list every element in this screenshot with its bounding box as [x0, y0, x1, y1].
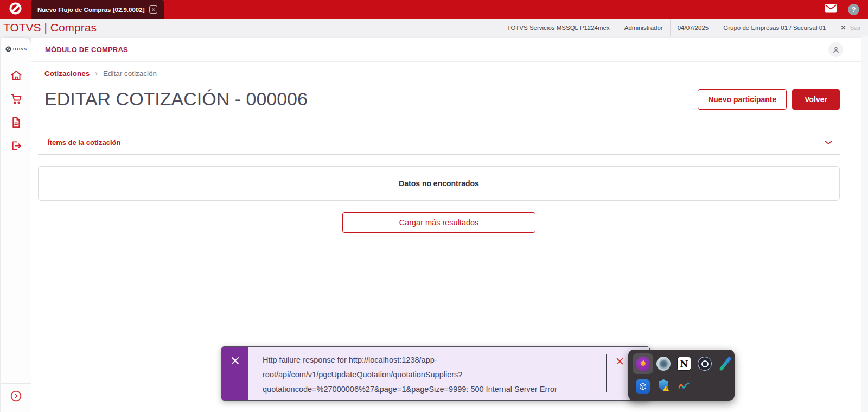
security-shield-alert-icon: [656, 378, 671, 395]
toast-message: Http failure response for http://localho…: [248, 347, 606, 400]
dock-security-shield-app[interactable]: [653, 376, 674, 397]
help-icon[interactable]: ?: [848, 4, 859, 15]
app-dock: N: [628, 350, 735, 401]
page-title: EDITAR COTIZACIÓN - 000006: [44, 88, 308, 110]
sidebar-expand-button[interactable]: [10, 390, 22, 404]
cube-app-icon: [636, 379, 650, 394]
dock-squiggle-app[interactable]: [674, 376, 694, 397]
module-title: MÓDULO DE COMPRAS: [45, 46, 128, 54]
close-icon: [231, 356, 240, 365]
chevron-right-circle-icon: [10, 390, 22, 402]
mail-icon[interactable]: [825, 4, 837, 15]
dock-pen-app[interactable]: [715, 353, 736, 374]
gear-sphere-app-icon: [656, 357, 671, 371]
user-avatar-button[interactable]: [828, 42, 843, 57]
dock-notion-app[interactable]: N: [674, 353, 694, 374]
sidebar-item-exit[interactable]: [9, 138, 23, 153]
chevron-down-icon[interactable]: [824, 137, 833, 147]
app-bar: TOTVS | Compras TOTVS Servicios MSSQL P1…: [0, 19, 868, 36]
home-icon: [10, 69, 23, 82]
toast-message-line: quotationcode=%27000006%27&page=1&pageSi…: [263, 382, 593, 397]
company-branch-info: Grupo de Empresas 01 / Sucursal 01: [716, 19, 833, 36]
module-header: MÓDULO DE COMPRAS: [31, 38, 868, 62]
flame-app-icon: [636, 357, 650, 371]
toast-message-line: Http failure response for http://localho…: [263, 353, 593, 367]
environment-info: TOTVS Servicios MSSQL P1224mex: [500, 19, 617, 36]
sidebar-item-purchases[interactable]: [9, 92, 23, 106]
toast-message-line: root/api/com/v1/pgcUpdateQuotation/quota…: [263, 367, 593, 382]
date-info: 04/07/2025: [670, 19, 716, 36]
squiggle-app-icon: [678, 381, 691, 392]
sidebar-item-documents[interactable]: [9, 115, 23, 129]
breadcrumb-current: Editar cotización: [103, 69, 157, 78]
program-tab[interactable]: Nuevo Flujo de Compras [02.9.0002] ✕: [31, 0, 164, 19]
quotation-items-section-header[interactable]: Ítems de la cotización: [38, 130, 840, 155]
empty-state-message: Datos no encontrados: [399, 179, 479, 188]
sidebar-totvs-logo: TOTVS: [5, 46, 27, 52]
back-button[interactable]: Volver: [792, 89, 840, 110]
ring-app-icon: [698, 357, 712, 371]
load-more-button[interactable]: Cargar más resultados: [342, 212, 535, 233]
breadcrumb-cotizaciones-link[interactable]: Cotizaciones: [44, 69, 90, 78]
vertical-scrollbar[interactable]: [861, 36, 868, 412]
sidebar-logo-label: TOTVS: [12, 47, 27, 52]
tab-close-icon[interactable]: ✕: [149, 5, 157, 14]
toast-close-icon[interactable]: [616, 357, 624, 365]
totvs-logo-icon: [9, 2, 22, 17]
totvs-mini-logo-icon: [5, 46, 11, 52]
program-tab-label: Nuevo Flujo de Compras [02.9.0002]: [37, 7, 144, 13]
logout-x-icon: ✕: [840, 24, 846, 31]
sidebar-item-home[interactable]: [9, 68, 23, 83]
logout-button[interactable]: ✕ Sair: [833, 19, 868, 36]
section-title: Ítems de la cotización: [48, 138, 120, 147]
sidebar: TOTVS: [1, 38, 31, 412]
totvs-logo-tile[interactable]: [0, 0, 31, 19]
user-info: Administrador: [617, 19, 670, 36]
document-icon: [10, 116, 22, 129]
app-brand: TOTVS | Compras: [0, 21, 97, 34]
dock-cube-app[interactable]: [633, 376, 653, 397]
logout-door-icon: [10, 140, 22, 152]
breadcrumb-separator-icon: ›: [95, 69, 98, 78]
notion-app-icon: N: [677, 357, 691, 371]
error-toast: Http failure response for http://localho…: [221, 346, 650, 401]
dock-ring-app[interactable]: [694, 353, 715, 374]
new-participant-button[interactable]: Nuevo participante: [698, 89, 787, 110]
toast-accent-close[interactable]: [222, 347, 248, 400]
dock-flame-app[interactable]: [633, 353, 653, 374]
shopping-cart-icon: [10, 92, 23, 105]
user-icon: [832, 46, 840, 54]
breadcrumb: Cotizaciones › Editar cotización: [44, 69, 840, 78]
window-titlebar: Nuevo Flujo de Compras [02.9.0002] ✕ ?: [0, 0, 868, 19]
empty-state-box: Datos no encontrados: [38, 166, 840, 201]
logout-label: Sair: [850, 24, 861, 31]
pen-app-icon: [719, 356, 731, 371]
dock-gear-sphere-app[interactable]: [653, 353, 674, 374]
